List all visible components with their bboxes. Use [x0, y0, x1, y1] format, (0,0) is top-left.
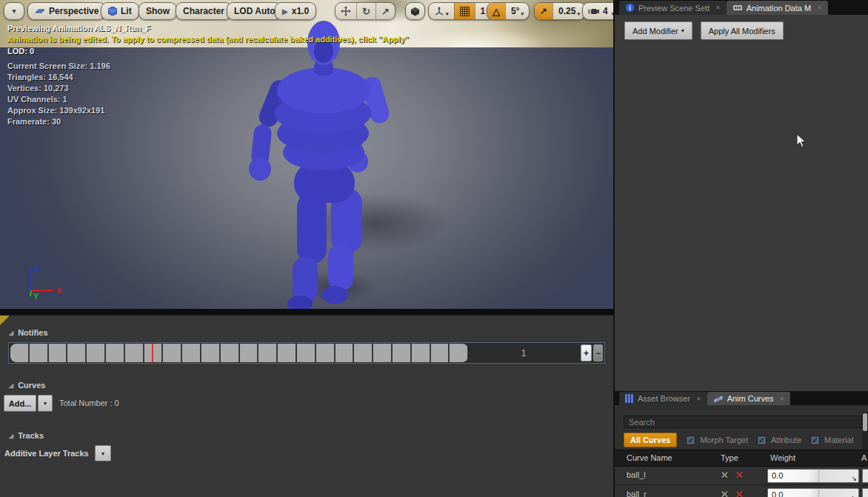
col-auto[interactable]: A	[861, 453, 867, 462]
remove-notify-track-button[interactable]: −	[593, 344, 603, 361]
curves-total-label: Total Number : 0	[59, 398, 119, 407]
material-type-x-icon: ✕	[735, 470, 744, 481]
axis-x-label: X	[56, 286, 62, 295]
curves-section-header[interactable]: ◢ Curves	[9, 381, 45, 390]
rotate-tool-button[interactable]: ↻	[356, 3, 375, 19]
tab-animation-data-modifiers[interactable]: Animation Data M ✕	[727, 1, 828, 15]
caret-down-icon: ▾	[101, 450, 104, 457]
weight-value: 0.0	[772, 471, 783, 480]
grid-snap-group: ▾ 1 ▾	[428, 2, 495, 20]
move-icon	[341, 6, 351, 16]
scale-snap-value: 0.25	[558, 6, 575, 16]
apply-all-modifiers-button[interactable]: Apply All Modifiers	[701, 21, 784, 40]
auto-checkbox[interactable]	[862, 488, 868, 497]
curve-table-header: Curve Name Type Weight A	[615, 450, 868, 467]
scale-snap-value-button[interactable]: 0.25 ▾	[552, 3, 585, 19]
surface-snap-button[interactable]: ▾	[429, 3, 454, 19]
rotation-snap-value: 5°	[511, 6, 519, 16]
weight-spinbox[interactable]: 0.0 ↘	[767, 488, 859, 497]
tracks-section-header[interactable]: ◢ Tracks	[9, 431, 44, 440]
rotation-snap-value-button[interactable]: 5° ▾	[505, 3, 529, 19]
corner-arrow-icon: ↘	[851, 475, 857, 482]
modifier-icon	[732, 4, 743, 12]
col-curve-name[interactable]: Curve Name	[627, 453, 672, 462]
caret-down-icon: ▾	[13, 7, 16, 15]
curve-row-ball-l[interactable]: ball_l ✕ ✕ 0.0 ↘	[615, 467, 868, 485]
curve-row-ball-r[interactable]: ball_r ✕ ✕ 0.0 ↘	[615, 486, 868, 497]
stat-approx-size: Approx Size: 139x92x191	[7, 106, 104, 115]
perspective-label: Perspective	[49, 6, 99, 16]
close-icon[interactable]: ✕	[696, 396, 701, 402]
add-curve-button[interactable]: Add...	[4, 395, 36, 412]
close-icon[interactable]: ✕	[817, 4, 822, 11]
perspective-button[interactable]: Perspective	[27, 2, 106, 20]
expander-icon: ◢	[9, 433, 13, 439]
panel-corner-marker	[0, 316, 10, 325]
tab-preview-scene-settings[interactable]: i Preview Scene Sett ✕	[619, 1, 727, 15]
additive-layer-tracks-label: Additive Layer Tracks	[4, 449, 89, 458]
add-modifier-label: Add Modifier	[632, 27, 678, 36]
move-tool-button[interactable]	[335, 3, 356, 19]
add-modifier-button[interactable]: Add Modifier ▾	[624, 21, 692, 40]
add-notify-track-button[interactable]: +	[581, 344, 592, 361]
attribute-filter[interactable]: ✓ Attribute	[757, 436, 801, 445]
camera-speed-value: 4	[603, 6, 608, 16]
world-cube-icon	[410, 7, 420, 16]
coordinate-system-button[interactable]	[405, 2, 425, 20]
right-bottom-tabbar: Asset Browser ✕ Anim Curves ✕	[615, 391, 868, 405]
additive-tracks-dropdown-button[interactable]: ▾	[95, 445, 111, 461]
tab-asset-browser[interactable]: Asset Browser ✕	[619, 392, 707, 405]
checkbox-checked-icon[interactable]: ✓	[810, 436, 820, 445]
modifier-buttons-row: Add Modifier ▾ Apply All Modifiers	[624, 21, 784, 40]
spinbox-divider	[818, 470, 819, 482]
mouse-cursor	[796, 133, 807, 148]
character-menu-button[interactable]: Character	[176, 2, 232, 20]
preview-viewport[interactable]: ▾ Perspective Lit Show Character LOD Aut…	[0, 0, 613, 314]
notifies-section-header[interactable]: ◢ Notifies	[9, 328, 48, 337]
checkbox-checked-icon[interactable]: ✓	[686, 436, 695, 445]
left-leg	[287, 193, 327, 311]
viewport-toolbar: ▾ Perspective Lit Show Character LOD Aut…	[0, 2, 613, 21]
expander-icon: ◢	[9, 382, 13, 389]
play-icon: ▶	[282, 7, 288, 16]
character-model[interactable]	[233, 15, 418, 311]
lit-mode-button[interactable]: Lit	[101, 2, 139, 20]
col-type[interactable]: Type	[721, 453, 738, 462]
tracks-title: Tracks	[18, 431, 44, 440]
viewport-options-dropdown-button[interactable]: ▾	[4, 2, 24, 20]
animation-edited-warning-text: Animation is being edited. To apply to c…	[7, 35, 409, 44]
playback-speed-label: x1.0	[292, 6, 309, 16]
material-filter[interactable]: ✓ Material	[810, 436, 853, 445]
all-curves-filter-button[interactable]: All Curves	[624, 433, 677, 447]
close-icon[interactable]: ✕	[780, 396, 785, 402]
head	[307, 21, 340, 76]
right-leg	[321, 188, 362, 304]
search-input[interactable]	[624, 416, 862, 428]
auto-checkbox[interactable]	[862, 469, 868, 483]
playback-speed-button[interactable]: ▶ x1.0	[275, 2, 316, 20]
axis-z-label: Z	[34, 264, 39, 273]
notify-track[interactable]	[10, 344, 468, 362]
checkbox-checked-icon[interactable]: ✓	[757, 436, 767, 445]
col-weight[interactable]: Weight	[770, 453, 795, 462]
caret-down-icon: ▾	[577, 11, 580, 17]
scrollbar-thumb[interactable]	[863, 413, 867, 431]
tab-anim-curves[interactable]: Anim Curves ✕	[707, 392, 791, 405]
notifies-title: Notifies	[18, 328, 47, 337]
weight-spinbox[interactable]: 0.0 ↘	[767, 469, 859, 483]
add-curve-dropdown-button[interactable]: ▾	[38, 395, 53, 412]
material-type-x-icon: ✕	[735, 489, 744, 497]
morph-target-label: Morph Target	[700, 436, 748, 444]
scale-snap-toggle[interactable]: ↗	[535, 3, 552, 19]
rotation-snap-toggle[interactable]: △	[487, 3, 505, 19]
camera-speed-button[interactable]: 4 ▾	[582, 2, 613, 20]
stat-screen-size: Current Screen Size: 1.196	[7, 61, 110, 70]
morph-target-filter[interactable]: ✓ Morph Target	[686, 436, 748, 445]
show-menu-button[interactable]: Show	[138, 2, 177, 20]
grid-snap-toggle[interactable]	[454, 3, 475, 19]
scale-tool-button[interactable]: ↗	[375, 3, 395, 19]
timeline-playhead[interactable]	[152, 344, 153, 362]
stat-uv-channels: UV Channels: 1	[7, 95, 67, 104]
close-icon[interactable]: ✕	[715, 4, 721, 11]
caret-down-icon: ▾	[44, 400, 47, 407]
